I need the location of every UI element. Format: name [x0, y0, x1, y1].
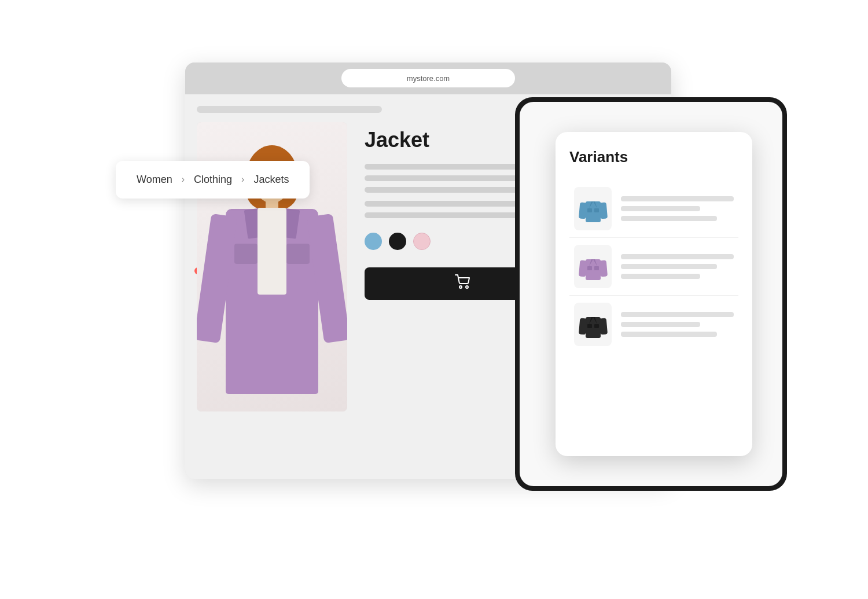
- variant-line-1a: [621, 196, 734, 201]
- svg-rect-7: [587, 208, 592, 212]
- svg-rect-19: [579, 318, 587, 335]
- variant-thumb-black: [574, 303, 612, 346]
- svg-rect-15: [594, 266, 599, 270]
- person-shirt: [258, 208, 286, 295]
- swatch-pink[interactable]: [413, 233, 431, 250]
- jacket-sleeve-left: [197, 213, 237, 343]
- jacket-sleeve-right: [307, 213, 347, 343]
- variant-thumb-purple: [574, 245, 612, 288]
- cart-icon: [455, 274, 471, 293]
- svg-point-1: [466, 286, 468, 288]
- browser-chrome: mystore.com: [185, 63, 671, 94]
- breadcrumb-clothing[interactable]: Clothing: [194, 174, 232, 186]
- jacket-pocket-right: [286, 244, 310, 264]
- svg-point-0: [459, 286, 462, 288]
- variant-line-2c: [621, 274, 700, 279]
- variant-line-2b: [621, 264, 717, 269]
- svg-rect-6: [599, 202, 607, 219]
- variant-line-3a: [621, 312, 734, 317]
- address-bar[interactable]: mystore.com: [341, 69, 515, 87]
- swatch-black[interactable]: [389, 233, 406, 250]
- breadcrumb-sep-2: ›: [241, 174, 244, 185]
- variant-line-3b: [621, 322, 700, 327]
- scene: mystore.com: [116, 63, 752, 537]
- jacket-pocket-left: [234, 244, 258, 264]
- breadcrumb-card: Women › Clothing › Jackets: [116, 161, 310, 199]
- variant-line-1c: [621, 216, 717, 221]
- svg-rect-8: [594, 208, 599, 212]
- variant-lines-2: [621, 254, 734, 279]
- variant-item-purple[interactable]: [569, 238, 738, 296]
- placeholder-line-1: [197, 106, 382, 113]
- svg-rect-5: [579, 202, 587, 219]
- swatch-blue[interactable]: [365, 233, 382, 250]
- variant-lines-3: [621, 312, 734, 337]
- svg-rect-12: [579, 260, 587, 277]
- svg-rect-14: [587, 266, 592, 270]
- variant-line-3c: [621, 332, 717, 337]
- svg-rect-20: [599, 318, 607, 335]
- breadcrumb-women[interactable]: Women: [137, 174, 172, 186]
- breadcrumb-sep-1: ›: [182, 174, 185, 185]
- variant-lines-1: [621, 196, 734, 221]
- variant-item-blue[interactable]: [569, 180, 738, 238]
- variants-panel: Variants: [556, 132, 752, 456]
- address-bar-text: mystore.com: [407, 74, 450, 83]
- variant-thumb-blue: [574, 187, 612, 230]
- variant-item-black[interactable]: [569, 296, 738, 353]
- variants-title: Variants: [569, 148, 738, 166]
- variant-line-1b: [621, 206, 700, 211]
- variant-line-2a: [621, 254, 734, 259]
- svg-rect-22: [594, 324, 599, 328]
- svg-rect-13: [599, 260, 607, 277]
- breadcrumb-jackets[interactable]: Jackets: [253, 174, 289, 186]
- svg-rect-21: [587, 324, 592, 328]
